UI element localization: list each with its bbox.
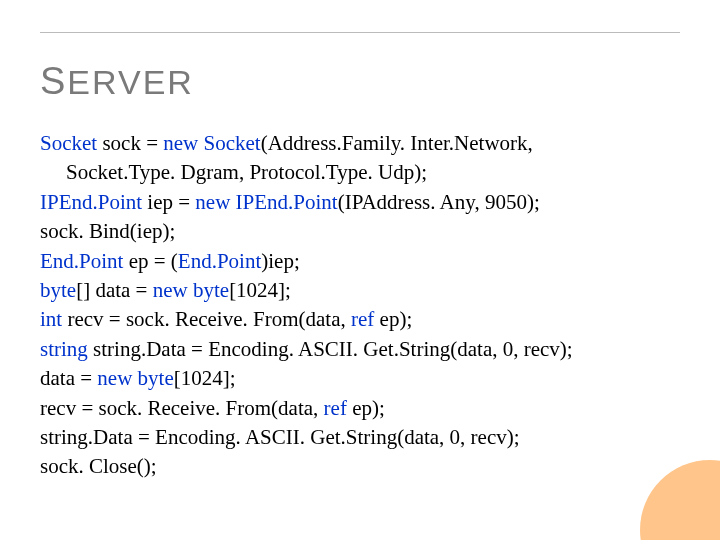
text: string.Data = Encoding. ASCII. Get.Strin… <box>88 337 573 361</box>
kw-new: new <box>195 190 230 214</box>
slide-title: SERVER <box>40 60 680 103</box>
text: ep); <box>347 396 385 420</box>
text: recv = sock. Receive. From(data, <box>62 307 351 331</box>
kw-endpoint: End.Point <box>40 249 123 273</box>
text: (Address.Family. Inter.Network, <box>261 131 533 155</box>
text: data = <box>40 366 97 390</box>
kw-ref: ref <box>351 307 374 331</box>
title-rest: ERVER <box>67 63 194 101</box>
code-line-3: IPEnd.Point iep = new IPEnd.Point(IPAddr… <box>40 188 680 217</box>
text: [] data = <box>76 278 153 302</box>
text: string.Data = Encoding. ASCII. Get.Strin… <box>40 425 520 449</box>
code-line-7: int recv = sock. Receive. From(data, ref… <box>40 305 680 334</box>
slide: SERVER Socket sock = new Socket(Address.… <box>0 0 720 540</box>
text: ep); <box>374 307 412 331</box>
text: Socket.Type. Dgram, Protocol.Type. Udp); <box>66 160 427 184</box>
code-line-2: Socket.Type. Dgram, Protocol.Type. Udp); <box>66 158 680 187</box>
kw-byte: byte <box>138 366 174 390</box>
text: [1024]; <box>229 278 291 302</box>
code-line-5: End.Point ep = (End.Point)iep; <box>40 247 680 276</box>
kw-endpoint: End.Point <box>178 249 261 273</box>
kw-byte: byte <box>40 278 76 302</box>
kw-socket: Socket <box>40 131 97 155</box>
code-line-11: string.Data = Encoding. ASCII. Get.Strin… <box>40 423 680 452</box>
code-line-1: Socket sock = new Socket(Address.Family.… <box>40 129 680 158</box>
text: )iep; <box>261 249 299 273</box>
code-line-6: byte[] data = new byte[1024]; <box>40 276 680 305</box>
top-border <box>40 32 680 33</box>
kw-new: new <box>97 366 132 390</box>
code-line-4: sock. Bind(iep); <box>40 217 680 246</box>
kw-string: string <box>40 337 88 361</box>
title-first-letter: S <box>40 60 67 102</box>
kw-byte: byte <box>193 278 229 302</box>
text: recv = sock. Receive. From(data, <box>40 396 324 420</box>
text: sock. Close(); <box>40 454 157 478</box>
kw-new: new <box>153 278 188 302</box>
kw-ipendpoint: IPEnd.Point <box>236 190 338 214</box>
code-line-10: recv = sock. Receive. From(data, ref ep)… <box>40 394 680 423</box>
code-block: Socket sock = new Socket(Address.Family.… <box>40 129 680 482</box>
text: sock = <box>97 131 163 155</box>
kw-ipendpoint: IPEnd.Point <box>40 190 142 214</box>
text: sock. Bind(iep); <box>40 219 175 243</box>
kw-new: new <box>163 131 198 155</box>
code-line-8: string string.Data = Encoding. ASCII. Ge… <box>40 335 680 364</box>
text: iep = <box>142 190 195 214</box>
code-line-9: data = new byte[1024]; <box>40 364 680 393</box>
text: [1024]; <box>174 366 236 390</box>
kw-socket: Socket <box>204 131 261 155</box>
kw-ref: ref <box>324 396 347 420</box>
text: (IPAddress. Any, 9050); <box>338 190 540 214</box>
code-line-12: sock. Close(); <box>40 452 680 481</box>
text: ep = ( <box>123 249 177 273</box>
kw-int: int <box>40 307 62 331</box>
